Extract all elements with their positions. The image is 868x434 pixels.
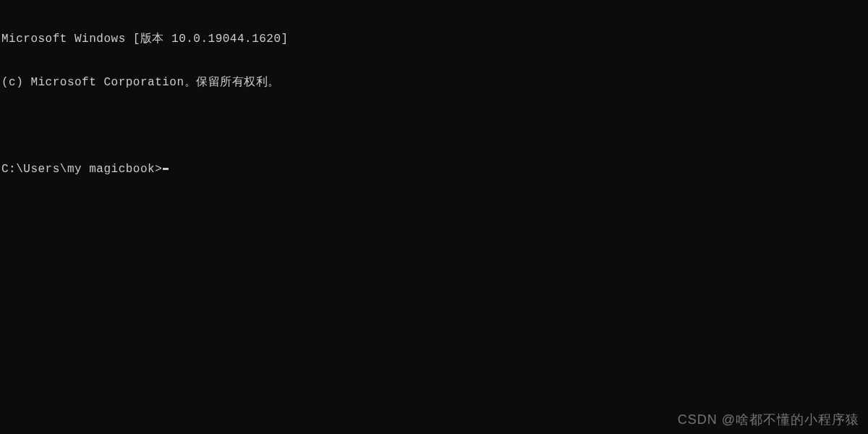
cursor-icon — [163, 168, 169, 170]
copyright-line: (c) Microsoft Corporation。保留所有权利。 — [1, 75, 868, 90]
watermark-text: CSDN @啥都不懂的小程序猿 — [678, 412, 859, 427]
version-line: Microsoft Windows [版本 10.0.19044.1620] — [1, 32, 868, 46]
prompt-line[interactable]: C:\Users\my magicbook> — [1, 162, 868, 176]
blank-line — [1, 119, 868, 133]
terminal-output[interactable]: Microsoft Windows [版本 10.0.19044.1620] (… — [0, 0, 868, 191]
prompt-text: C:\Users\my magicbook> — [1, 162, 162, 176]
